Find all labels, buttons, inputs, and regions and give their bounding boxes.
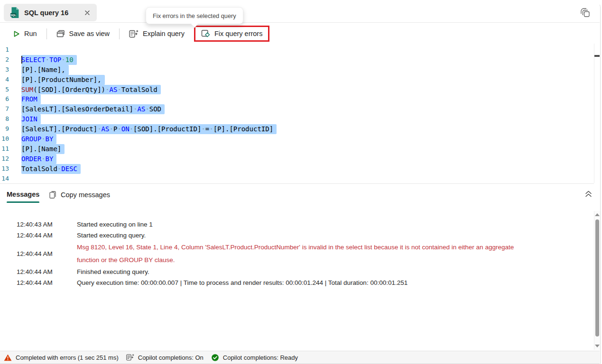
code-line-content[interactable]: [SalesLT].[SalesOrderDetail]·AS·SOD bbox=[21, 104, 165, 114]
line-number[interactable]: 1 bbox=[0, 45, 21, 55]
code-line-content[interactable]: ORDER·BY bbox=[21, 154, 56, 164]
message-row: 12:40:44 AMMsg 8120, Level 16, State 1, … bbox=[0, 241, 588, 266]
save-as-view-button[interactable]: Save as view bbox=[52, 27, 114, 40]
copy-messages-button[interactable]: Copy messages bbox=[49, 190, 110, 199]
code-line[interactable]: 9[SalesLT].[Product]·AS·P·ON·[SOD].[Prod… bbox=[0, 124, 594, 134]
copy-messages-label: Copy messages bbox=[61, 191, 110, 199]
close-icon[interactable] bbox=[84, 9, 91, 16]
code-line-content[interactable]: TotalSold·DESC bbox=[21, 164, 81, 174]
line-number[interactable]: 8 bbox=[0, 114, 21, 124]
message-timestamp: 12:40:44 AM bbox=[0, 248, 77, 259]
line-number[interactable]: 13 bbox=[0, 164, 21, 174]
fix-query-errors-label: Fix query errors bbox=[214, 30, 263, 37]
tab-title: SQL query 16 bbox=[24, 9, 68, 17]
tab-messages[interactable]: Messages bbox=[7, 191, 39, 203]
code-line[interactable]: 14 bbox=[0, 174, 594, 184]
line-number[interactable]: 4 bbox=[0, 75, 21, 85]
message-timestamp: 12:40:44 AM bbox=[0, 277, 77, 288]
line-number[interactable]: 7 bbox=[0, 104, 21, 114]
message-timestamp: 12:40:44 AM bbox=[0, 230, 77, 241]
messages-scrollbar-thumb[interactable] bbox=[595, 219, 599, 337]
line-number[interactable]: 3 bbox=[0, 65, 21, 75]
line-number[interactable]: 12 bbox=[0, 154, 21, 164]
fix-query-errors-button[interactable]: Fix query errors bbox=[194, 26, 270, 42]
window-right-border bbox=[600, 9, 601, 364]
status-copilot-ready: Copilot completions: Ready bbox=[211, 354, 298, 362]
messages-panel: Messages Copy messages 12:40:43 AMStarte… bbox=[0, 184, 600, 351]
scroll-up-icon[interactable] bbox=[595, 213, 600, 216]
overview-cursor-mark bbox=[594, 55, 600, 57]
tab-bar: SQL SQL query 16 bbox=[0, 0, 600, 23]
explain-query-label: Explain query bbox=[143, 30, 185, 37]
code-line-content[interactable]: SELECT·TOP·10 bbox=[21, 55, 77, 65]
code-line-content[interactable]: FROM bbox=[21, 94, 41, 104]
message-text: Started executing query. bbox=[77, 230, 146, 241]
code-line-content[interactable]: [P].[Name], bbox=[21, 65, 69, 75]
message-text: Finished executing query. bbox=[77, 266, 149, 277]
code-line-content[interactable]: [SalesLT].[Product]·AS·P·ON·[SOD].[Produ… bbox=[21, 124, 277, 134]
editor-lines: 12SELECT·TOP·103[P].[Name],4[P].[Product… bbox=[0, 45, 594, 183]
code-line[interactable]: 6FROM bbox=[0, 94, 594, 104]
status-copilot-on-label: Copilot completions: On bbox=[138, 354, 204, 361]
run-icon bbox=[13, 30, 20, 37]
status-copilot-completions[interactable]: Copilot completions: On bbox=[126, 354, 204, 361]
code-line[interactable]: 5SUM([SOD].[OrderQty])·AS·TotalSold bbox=[0, 85, 594, 95]
code-editor[interactable]: 12SELECT·TOP·103[P].[Name],4[P].[Product… bbox=[0, 45, 594, 184]
code-line-content[interactable]: JOIN bbox=[21, 114, 41, 124]
collapse-panel-icon[interactable] bbox=[584, 190, 593, 198]
explain-query-button[interactable]: Explain query bbox=[125, 27, 189, 41]
code-line[interactable]: 4[P].[ProductNumber], bbox=[0, 75, 594, 85]
message-text: Query execution time: 00:00:00.007 | Tim… bbox=[77, 277, 408, 288]
code-line[interactable]: 3[P].[Name], bbox=[0, 65, 594, 75]
tab-sql-query[interactable]: SQL SQL query 16 bbox=[4, 4, 97, 21]
line-number[interactable]: 10 bbox=[0, 134, 21, 144]
messages-scrollbar-track[interactable] bbox=[594, 211, 600, 350]
line-number[interactable]: 14 bbox=[0, 174, 21, 184]
line-number[interactable]: 5 bbox=[0, 85, 21, 95]
toolbar-divider bbox=[46, 28, 47, 39]
message-timestamp: 12:40:43 AM bbox=[0, 219, 77, 230]
message-row: 12:40:43 AMStarted executing on line 1 bbox=[0, 219, 588, 230]
save-as-view-label: Save as view bbox=[69, 30, 110, 37]
code-line[interactable]: 13TotalSold·DESC bbox=[0, 164, 594, 174]
code-line-content[interactable]: [P].[ProductNumber], bbox=[21, 75, 105, 85]
sql-file-icon: SQL bbox=[10, 7, 20, 18]
save-as-view-icon bbox=[56, 30, 65, 37]
copy-stack-icon[interactable] bbox=[580, 7, 591, 18]
toolbar-divider bbox=[119, 28, 120, 39]
svg-text:SQL: SQL bbox=[10, 14, 17, 17]
code-line[interactable]: 7[SalesLT].[SalesOrderDetail]·AS·SOD bbox=[0, 104, 594, 114]
scroll-down-icon[interactable] bbox=[595, 345, 600, 347]
message-row: 12:40:44 AMFinished executing query. bbox=[0, 266, 588, 277]
fix-query-errors-icon bbox=[201, 29, 210, 38]
line-number[interactable]: 2 bbox=[0, 55, 21, 65]
code-line-content[interactable]: GROUP·BY bbox=[21, 134, 56, 144]
explain-query-icon bbox=[129, 30, 139, 38]
code-line[interactable]: 8JOIN bbox=[0, 114, 594, 124]
code-line-content[interactable]: SUM([SOD].[OrderQty])·AS·TotalSold bbox=[21, 85, 161, 95]
code-line[interactable]: 2SELECT·TOP·10 bbox=[0, 55, 594, 65]
code-line[interactable]: 11[P].[Name] bbox=[0, 144, 594, 154]
copilot-icon bbox=[126, 354, 134, 361]
code-line[interactable]: 1 bbox=[0, 45, 594, 55]
message-text: Msg 8120, Level 16, State 1, Line 4, Col… bbox=[77, 241, 532, 266]
tooltip: Fix errors in the selected query bbox=[146, 7, 243, 24]
run-label: Run bbox=[24, 30, 37, 37]
line-number[interactable]: 9 bbox=[0, 124, 21, 134]
code-line[interactable]: 10GROUP·BY bbox=[0, 134, 594, 144]
message-text: Started executing on line 1 bbox=[77, 219, 153, 230]
status-copilot-ready-label: Copilot completions: Ready bbox=[223, 354, 298, 361]
ready-check-icon bbox=[211, 354, 219, 362]
line-number[interactable]: 11 bbox=[0, 144, 21, 154]
toolbar: Run Save as view bbox=[0, 23, 594, 45]
run-button[interactable]: Run bbox=[9, 27, 41, 40]
message-timestamp: 12:40:44 AM bbox=[0, 266, 77, 277]
code-line[interactable]: 12ORDER·BY bbox=[0, 154, 594, 164]
line-number[interactable]: 6 bbox=[0, 94, 21, 104]
copy-icon bbox=[49, 190, 57, 199]
sql-query-editor-window: SQL SQL query 16 Fix errors in the selec… bbox=[0, 0, 602, 364]
status-bar: Completed with errors (1 sec 251 ms) Cop… bbox=[0, 351, 600, 364]
status-completed-label: Completed with errors (1 sec 251 ms) bbox=[16, 354, 119, 361]
editor-scrollbar-track[interactable] bbox=[594, 44, 600, 183]
code-line-content[interactable]: [P].[Name] bbox=[21, 144, 65, 154]
